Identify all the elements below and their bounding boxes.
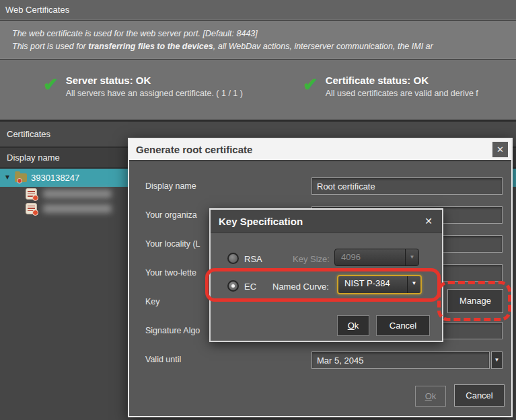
dialog-title: Key Specification — [211, 210, 442, 233]
status-dot-icon — [32, 210, 38, 216]
description-line1: The web certificate is used for the web … — [12, 28, 516, 40]
ec-label: EC — [244, 282, 256, 292]
organization-label: Your organiza — [145, 210, 197, 220]
redacted-name — [43, 190, 112, 198]
country-label: Your two-lette — [145, 268, 196, 278]
display-name-label: Display name — [145, 181, 196, 191]
dialog-title: Generate root certificate — [129, 139, 511, 161]
certificate-status-detail: All used certificates are valid and deri… — [326, 89, 478, 98]
cancel-button[interactable]: Cancel — [376, 315, 430, 336]
certificate-icon — [26, 203, 37, 214]
certificate-status: ✔ Certificate status: OK All used certif… — [303, 75, 516, 98]
manage-button[interactable]: Manage — [447, 289, 503, 313]
close-icon[interactable]: ✕ — [492, 142, 508, 157]
key-size-label: Key Size: — [293, 254, 330, 264]
server-status: ✔ Server status: OK All servers have an … — [43, 75, 243, 98]
status-band: ✔ Server status: OK All servers have an … — [0, 60, 516, 122]
named-curve-dropdown[interactable]: NIST P-384 ▼ — [337, 275, 422, 294]
key-label: Key — [145, 297, 160, 306]
valid-until-label: Valid until — [145, 355, 181, 364]
ec-radio-selected[interactable] — [227, 280, 239, 292]
display-name-field[interactable] — [311, 177, 503, 195]
dropdown-arrow-icon: ▼ — [405, 249, 418, 265]
tree-root-label: 3930138247 — [31, 169, 79, 187]
page-title: Web Certificates — [0, 0, 516, 20]
server-status-title: Server status: OK — [66, 75, 243, 86]
description-line2: This port is used for transferring files… — [12, 40, 516, 53]
check-icon: ✔ — [303, 75, 318, 98]
server-status-detail: All servers have an assigned certificate… — [66, 89, 243, 98]
ok-button-disabled[interactable]: Ok — [415, 386, 446, 407]
locality-label: Your locality (L — [145, 239, 200, 249]
close-icon[interactable]: ✕ — [422, 210, 435, 233]
rsa-radio[interactable] — [227, 253, 239, 264]
certificate-icon — [26, 188, 37, 200]
rsa-label: RSA — [244, 254, 262, 264]
named-curve-label: Named Curve: — [272, 282, 329, 292]
key-size-dropdown[interactable]: 4096 ▼ — [334, 249, 419, 266]
certificate-status-title: Certificate status: OK — [326, 75, 478, 86]
web-certificates-screen: Web Certificates The web certificate is … — [0, 0, 516, 420]
cancel-button[interactable]: Cancel — [454, 384, 505, 407]
valid-until-field[interactable] — [311, 351, 490, 369]
status-dot-icon — [32, 195, 38, 201]
key-specification-dialog: Key Specification ✕ RSA Key Size: 4096 ▼… — [209, 208, 443, 342]
check-icon: ✔ — [43, 75, 59, 98]
status-dot-icon — [17, 178, 22, 183]
redacted-name — [43, 204, 112, 213]
folder-icon — [15, 173, 27, 182]
valid-until-dropdown-icon[interactable]: ▼ — [491, 351, 503, 369]
ok-button[interactable]: Ok — [337, 315, 369, 336]
expander-icon[interactable]: ▼ — [4, 173, 11, 181]
signature-algorithm-label: Signature Algo — [145, 326, 200, 335]
dropdown-arrow-icon: ▼ — [407, 276, 420, 293]
description-panel: The web certificate is used for the web … — [0, 21, 516, 59]
